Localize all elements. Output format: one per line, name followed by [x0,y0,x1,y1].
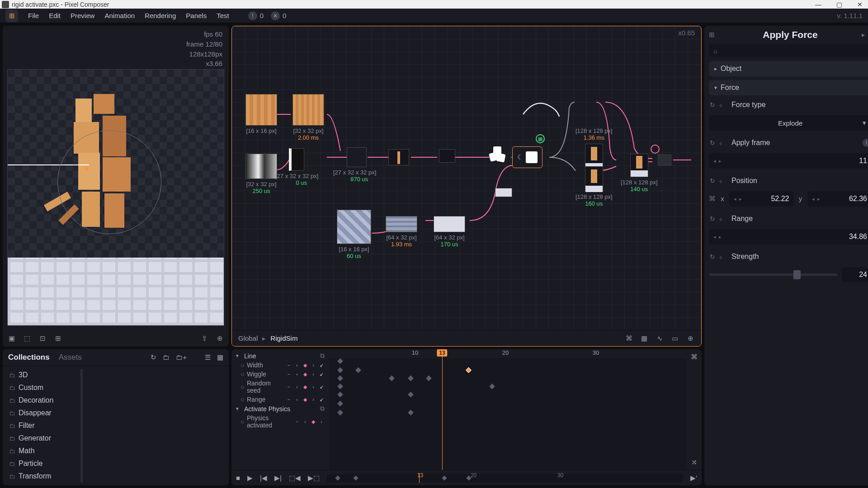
graph-node[interactable] [495,188,512,197]
preview-tool-3-icon[interactable]: ⊡ [38,334,47,343]
keyframe[interactable] [337,358,343,364]
tab-collections[interactable]: Collections [8,353,50,362]
timeline-link-icon[interactable]: ⌘ [691,353,698,361]
graph-tool-link-icon[interactable]: ⌘ [624,334,633,343]
folder-item[interactable]: 🗀Filter [6,419,76,432]
help-icon[interactable]: i [863,139,868,147]
position-x-input[interactable]: ◂▸ 52.22 [729,191,794,206]
folder-item[interactable]: 🗀Particle [6,457,76,470]
keyframe[interactable] [408,410,414,416]
maximize-button[interactable]: ▢ [833,1,845,8]
error-badge[interactable]: ✕0 [271,11,286,20]
add-folder-icon[interactable]: 🗀+ [176,353,187,361]
keyframe[interactable] [466,367,472,373]
folder-list[interactable]: 🗀3D 🗀Custom 🗀Decoration 🗀Disappear 🗀Filt… [3,366,80,485]
track-row[interactable]: ○Range −‹◆›↙ [234,395,326,404]
inspector-next-icon[interactable]: ▸ [862,31,868,39]
prev-frame-button[interactable]: |◀ [260,474,267,482]
graph-tool-center-icon[interactable]: ⊕ [686,334,695,343]
graph-node-selected[interactable]: ☾ ▦ [512,146,542,168]
graph-node[interactable] [439,149,455,163]
menu-preview[interactable]: Preview [71,12,94,19]
list-view-icon[interactable]: ☰ [205,353,211,361]
popout-icon[interactable]: ⧉ [320,352,325,360]
apply-frame-input[interactable]: ◂▸ 11 [709,153,868,169]
keyframe[interactable] [426,375,432,381]
folder-item[interactable]: 🗀Decoration [6,394,76,407]
graph-node[interactable]: [64 x 32 px] 170 us [434,216,465,248]
stop-button[interactable]: ■ [236,474,240,482]
decrement-icon[interactable]: ◂ [713,158,718,164]
menu-file[interactable]: File [28,12,39,19]
graph-node[interactable]: [27 x 32 x 32 px] 0 us [289,148,318,186]
folder-item[interactable]: 🗀Custom [6,381,76,394]
inspector-search[interactable]: ⌕ [709,44,868,57]
keyframe[interactable] [337,375,343,381]
prev-key-button[interactable]: ⬚◀ [289,474,301,482]
reset-icon[interactable]: ↻ [710,177,715,184]
graph-canvas[interactable]: [16 x 16 px] [32 x 32 px] 2.00 ms [32 x … [232,26,701,346]
track-row[interactable]: ○Width −‹◆›↙ [234,361,326,370]
crumb-rigidsim[interactable]: RigidSim [270,334,297,342]
folder-icon[interactable]: 🗀 [163,353,170,361]
track-row[interactable]: ○Physics activated −‹◆› [234,413,326,430]
range-input[interactable]: ◂▸ 34.86 [709,229,868,244]
folder-item[interactable]: 🗀Math [6,445,76,457]
warning-badge[interactable]: !0 [248,11,264,20]
timeline-shuffle-icon[interactable]: ⤭ [691,458,697,466]
preview-tool-4-icon[interactable]: ⊞ [53,334,62,343]
graph-node[interactable]: [32 x 32 px] 250 us [245,154,277,194]
graph-node[interactable]: [128 x 128 px] 160 us [576,166,613,207]
link-icon[interactable]: ⌘ [709,195,716,203]
folder-item[interactable]: 🗀Transform [6,470,76,483]
track-row[interactable]: ○Wiggle −‹◆›↙ [234,370,326,379]
track-group[interactable]: ▾Activate Physics ⧉ [234,404,326,413]
graph-panel[interactable]: [16 x 16 px] [32 x 32 px] 2.00 ms [32 x … [231,26,702,347]
keyframe[interactable] [355,367,361,373]
force-type-select[interactable]: Explode ▾ [709,115,868,131]
folder-item[interactable]: 🗀Generator [6,432,76,445]
next-frame-button[interactable]: ▶| [274,474,282,482]
graph-node[interactable]: [27 x 32 x 32 px] 870 us [347,147,376,183]
tab-assets[interactable]: Assets [59,353,82,362]
menu-edit[interactable]: Edit [49,12,61,19]
inspector-prev-icon[interactable]: ⊞ [709,31,719,39]
section-object[interactable]: ▸ Object [709,61,868,76]
popout-icon[interactable]: ⧉ [320,405,325,413]
strength-value[interactable]: 24 [842,267,868,282]
strength-slider[interactable] [709,273,837,276]
keyframe-icon[interactable]: ⬨ [719,101,722,108]
graph-tool-grid-icon[interactable]: ▦ [640,334,649,343]
graph-node[interactable]: [128 x 128 px] 1.36 ms [576,126,613,169]
increment-icon[interactable]: ▸ [719,158,723,164]
crumb-global[interactable]: Global [238,334,258,342]
keyframe[interactable] [337,367,343,373]
graph-node[interactable] [487,146,509,164]
next-key-button[interactable]: ▶⬚ [308,474,320,482]
graph-node[interactable]: [32 x 32 px] 2.00 ms [292,94,324,141]
graph-tool-curve-icon[interactable]: ∿ [655,334,664,343]
timeline-ruler[interactable]: 10 20 30 13 [329,349,686,358]
menu-animation[interactable]: Animation [104,12,135,19]
playhead[interactable] [442,349,443,470]
refresh-icon[interactable]: ↻ [151,353,156,361]
section-force[interactable]: ▾ Force [709,80,868,95]
timeline-end-button[interactable]: ▶' [690,474,697,482]
graph-node[interactable]: [64 x 32 px] 1.93 ms [386,216,417,248]
reset-icon[interactable]: ↻ [710,139,715,146]
preview-tool-2-icon[interactable]: ⬚ [23,334,32,343]
keyframe[interactable] [337,392,343,398]
keyframe-icon[interactable]: ⬨ [719,215,722,222]
export-icon[interactable]: ⇪ [200,334,209,343]
reset-icon[interactable]: ↻ [710,253,715,260]
keyframe-icon[interactable]: ⬨ [719,177,722,184]
keyframe[interactable] [408,392,414,398]
menu-panels[interactable]: Panels [186,12,207,19]
play-button[interactable]: ▶ [247,474,253,482]
keyframe-icon[interactable]: ⬨ [719,139,722,146]
keyframe-icon[interactable]: ⬨ [719,253,722,260]
menu-rendering[interactable]: Rendering [145,12,176,19]
track-row[interactable]: ○Random seed −‹◆›↙ [234,379,326,395]
minimize-button[interactable]: — [812,1,825,8]
keyframe[interactable] [337,410,343,416]
